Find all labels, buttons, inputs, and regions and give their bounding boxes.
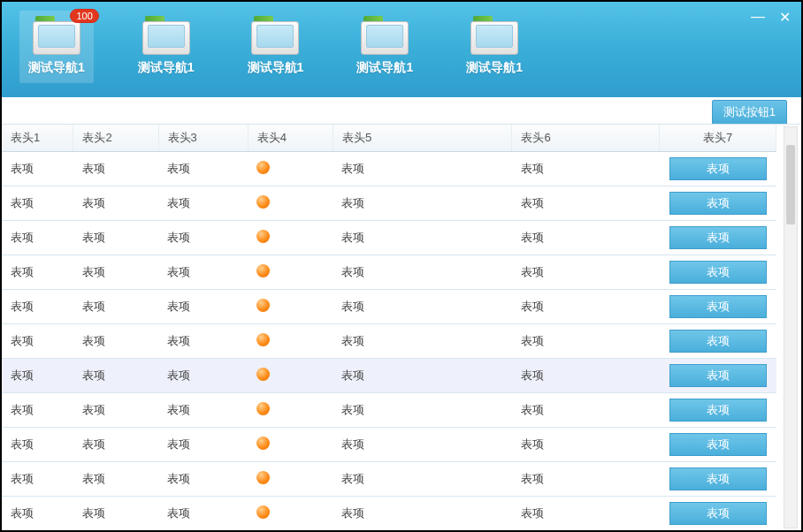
status-dot-icon [256,368,270,381]
text-cell: 表项 [158,497,248,531]
nav-item-3[interactable]: 测试导航1 [348,11,422,83]
status-dot-icon [256,505,270,519]
column-header-7[interactable]: 表头7 [660,125,776,152]
text-cell: 表项 [333,152,511,186]
text-cell: 表项 [2,393,73,428]
status-cell [248,186,333,221]
table-row[interactable]: 表项表项表项表项表项表项 [2,359,776,393]
status-cell [248,152,333,186]
table-row[interactable]: 表项表项表项表项表项表项 [2,428,776,462]
text-cell: 表项 [512,393,660,428]
column-header-1[interactable]: 表头1 [2,125,73,152]
row-action-button[interactable]: 表项 [669,364,767,387]
row-action-button[interactable]: 表项 [669,433,767,456]
table-row[interactable]: 表项表项表项表项表项表项 [2,290,776,324]
text-cell: 表项 [2,497,73,531]
text-cell: 表项 [73,290,158,324]
table-row[interactable]: 表项表项表项表项表项表项 [2,186,776,221]
folder-icon [361,16,409,55]
nav-item-4[interactable]: 测试导航1 [457,11,532,83]
text-cell: 表项 [73,428,158,462]
text-cell: 表项 [2,255,73,290]
action-cell: 表项 [660,221,776,255]
text-cell: 表项 [2,290,73,324]
folder-icon [142,16,190,55]
nav-label: 测试导航1 [28,60,85,76]
text-cell: 表项 [333,393,511,428]
row-action-button[interactable]: 表项 [669,467,767,490]
status-dot-icon [256,161,270,174]
test-button-1[interactable]: 测试按钮1 [712,100,787,125]
action-cell: 表项 [660,324,776,359]
text-cell: 表项 [512,359,660,393]
status-cell [248,428,333,462]
text-cell: 表项 [73,152,158,186]
column-header-4[interactable]: 表头4 [248,125,333,152]
status-dot-icon [256,437,270,450]
nav-item-1[interactable]: 测试导航1 [129,11,203,83]
text-cell: 表项 [512,255,660,290]
text-cell: 表项 [73,359,158,393]
row-action-button[interactable]: 表项 [669,330,767,353]
scrollbar-thumb[interactable] [786,145,795,224]
text-cell: 表项 [2,428,73,462]
row-action-button[interactable]: 表项 [669,295,767,318]
window-controls: — ✕ [751,9,791,26]
column-header-2[interactable]: 表头2 [73,125,158,152]
text-cell: 表项 [333,221,511,255]
column-header-6[interactable]: 表头6 [512,125,660,152]
text-cell: 表项 [158,359,248,393]
table-row[interactable]: 表项表项表项表项表项表项 [2,324,776,359]
table-row[interactable]: 表项表项表项表项表项表项 [2,152,776,186]
folder-icon [251,16,299,55]
table-row[interactable]: 表项表项表项表项表项表项 [2,462,776,497]
text-cell: 表项 [73,255,158,290]
text-cell: 表项 [512,152,660,186]
text-cell: 表项 [158,324,248,359]
status-cell [248,462,333,497]
text-cell: 表项 [2,324,73,359]
text-cell: 表项 [158,428,248,462]
status-dot-icon [256,471,270,484]
close-button[interactable]: ✕ [779,9,791,26]
nav-label: 测试导航1 [248,60,304,76]
nav-item-2[interactable]: 测试导航1 [239,11,313,83]
row-action-button[interactable]: 表项 [669,157,767,180]
action-cell: 表项 [660,359,776,393]
text-cell: 表项 [333,359,511,393]
row-action-button[interactable]: 表项 [669,399,767,422]
text-cell: 表项 [158,393,248,428]
minimize-button[interactable]: — [751,9,765,26]
status-cell [248,393,333,428]
table-row[interactable]: 表项表项表项表项表项表项 [2,393,776,428]
row-action-button[interactable]: 表项 [669,502,767,525]
table-row[interactable]: 表项表项表项表项表项表项 [2,497,776,531]
nav-item-0[interactable]: 测试导航1100 [19,11,94,83]
text-cell: 表项 [2,462,73,497]
text-cell: 表项 [333,186,511,221]
text-cell: 表项 [73,221,158,255]
vertical-scrollbar[interactable] [784,126,798,528]
text-cell: 表项 [512,186,660,221]
text-cell: 表项 [512,221,660,255]
text-cell: 表项 [158,221,248,255]
text-cell: 表项 [333,497,511,531]
action-cell: 表项 [660,255,776,290]
table-row[interactable]: 表项表项表项表项表项表项 [2,255,776,290]
status-cell [248,497,333,531]
status-dot-icon [256,402,270,415]
column-header-3[interactable]: 表头3 [158,125,248,152]
table-row[interactable]: 表项表项表项表项表项表项 [2,221,776,255]
row-action-button[interactable]: 表项 [669,192,767,215]
text-cell: 表项 [158,152,248,186]
data-table: 表头1表头2表头3表头4表头5表头6表头7 表项表项表项表项表项表项表项表项表项… [2,125,776,530]
text-cell: 表项 [512,428,660,462]
text-cell: 表项 [73,324,158,359]
row-action-button[interactable]: 表项 [669,261,767,284]
text-cell: 表项 [512,324,660,359]
status-dot-icon [256,195,270,209]
titlebar: 测试导航1100测试导航1测试导航1测试导航1测试导航1 — ✕ [2,2,801,97]
column-header-5[interactable]: 表头5 [333,125,511,152]
folder-icon [470,16,518,55]
row-action-button[interactable]: 表项 [669,226,767,249]
